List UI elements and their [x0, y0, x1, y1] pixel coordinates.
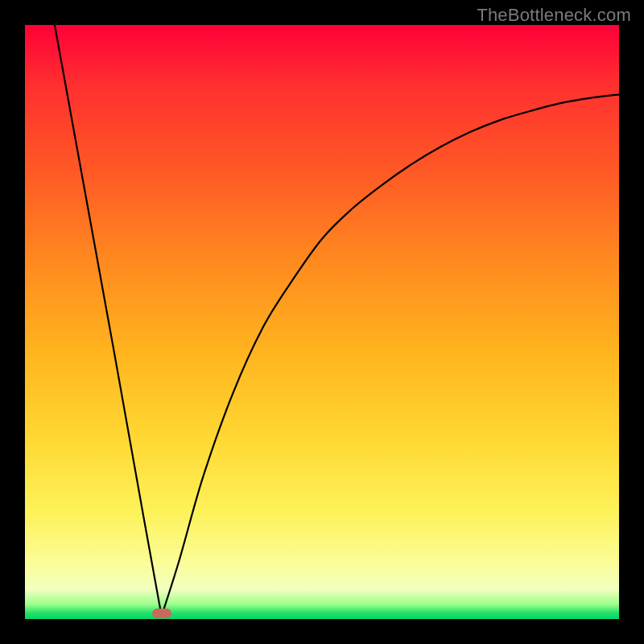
watermark-text: TheBottleneck.com — [477, 5, 631, 26]
bottleneck-curve — [25, 25, 619, 619]
minimum-marker — [152, 609, 171, 618]
plot-area — [25, 25, 619, 619]
chart-frame: TheBottleneck.com — [0, 0, 644, 644]
